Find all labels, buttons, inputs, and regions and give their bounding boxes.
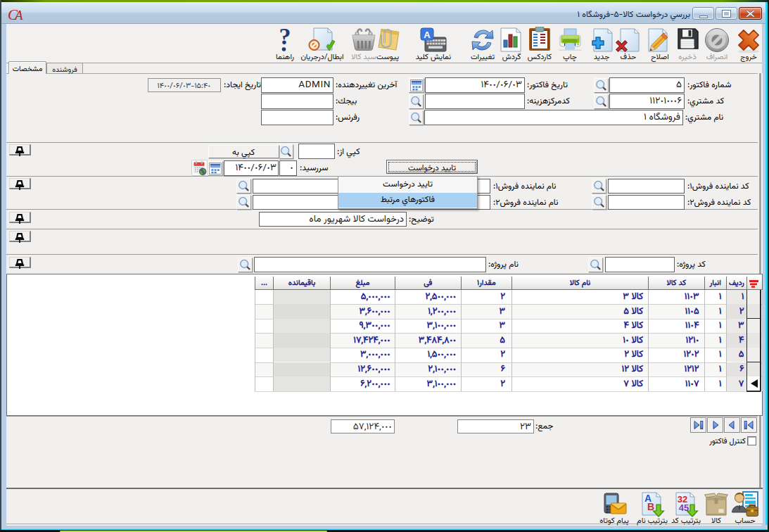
svg-text:A: A: [424, 30, 431, 40]
svg-text:?: ?: [279, 26, 291, 49]
